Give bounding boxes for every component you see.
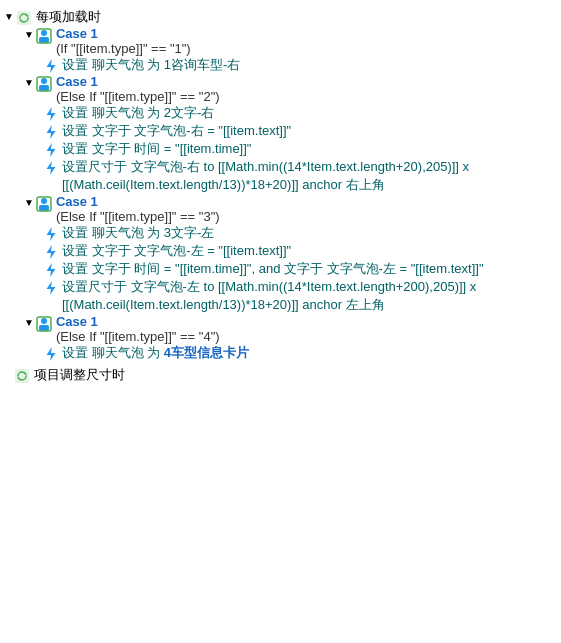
action3-2-label: 设置 文字于 文字气泡-左 = "[[item.text]]" xyxy=(62,242,557,260)
svg-marker-24 xyxy=(47,347,56,361)
expand-arrow-case3[interactable]: ▼ xyxy=(24,197,34,208)
action2-4-label: 设置尺寸于 文字气泡-右 to [[Math.min((14*Item.text… xyxy=(62,158,522,194)
svg-marker-18 xyxy=(47,245,56,259)
case1-group: ▼ Case 1 (If "[[item.type]]" == "1") 设置 … xyxy=(24,26,557,74)
case3-label: Case 1 (Else If "[[item.type]]" == "3") xyxy=(56,194,557,224)
root-label: 每项加载时 xyxy=(36,8,557,26)
action2-4-row: 设置尺寸于 文字气泡-右 to [[Math.min((14*Item.text… xyxy=(44,158,557,194)
action3-1-row: 设置 聊天气泡 为 3文字-左 xyxy=(44,224,557,242)
action3-3-row: 设置 文字于 时间 = "[[item.time]]", and 文字于 文字气… xyxy=(44,260,557,278)
case3-condition: (Else If "[[item.type]]" == "3") xyxy=(56,209,220,224)
action2-1-label: 设置 聊天气泡 为 2文字-右 xyxy=(62,104,557,122)
action2-3-row: 设置 文字于 时间 = "[[item.time]]" xyxy=(44,140,557,158)
person-icon-case2 xyxy=(36,76,52,92)
lightning-icon-1-1 xyxy=(44,58,58,74)
svg-point-21 xyxy=(41,318,47,324)
svg-marker-17 xyxy=(47,227,56,241)
action2-2-label: 设置 文字于 文字气泡-右 = "[[item.text]]" xyxy=(62,122,557,140)
case1-header: ▼ Case 1 (If "[[item.type]]" == "1") xyxy=(24,26,557,56)
footer-item: ▶ 项目调整尺寸时 xyxy=(4,366,557,384)
action4-1-row: 设置 聊天气泡 为 4车型信息卡片 xyxy=(44,344,557,362)
svg-marker-19 xyxy=(47,263,56,277)
lightning-icon-3-4 xyxy=(44,280,58,296)
action2-children: 设置 聊天气泡 为 2文字-右 设置 文字于 文字气泡-右 = "[[item.… xyxy=(44,104,557,194)
lightning-icon-4-1 xyxy=(44,346,58,362)
case1-title: Case 1 xyxy=(56,26,98,41)
case2-group: ▼ Case 1 (Else If "[[item.type]]" == "2"… xyxy=(24,74,557,194)
svg-rect-8 xyxy=(39,85,49,91)
person-icon-case4 xyxy=(36,316,52,332)
action3-children: 设置 聊天气泡 为 3文字-左 设置 文字于 文字气泡-左 = "[[item.… xyxy=(44,224,557,314)
lightning-icon-2-2 xyxy=(44,124,58,140)
action1-1-row: 设置 聊天气泡 为 1咨询车型-右 xyxy=(44,56,557,74)
loop-icon-footer xyxy=(14,368,30,384)
footer-label: 项目调整尺寸时 xyxy=(34,366,557,384)
svg-point-7 xyxy=(41,78,47,84)
svg-point-14 xyxy=(41,198,47,204)
lightning-icon-3-1 xyxy=(44,226,58,242)
lightning-icon-2-3 xyxy=(44,142,58,158)
svg-marker-20 xyxy=(47,281,56,295)
case2-label: Case 1 (Else If "[[item.type]]" == "2") xyxy=(56,74,557,104)
svg-point-3 xyxy=(41,30,47,36)
case4-header: ▼ Case 1 (Else If "[[item.type]]" == "4"… xyxy=(24,314,557,344)
svg-marker-10 xyxy=(47,107,56,121)
svg-rect-15 xyxy=(39,205,49,211)
svg-marker-13 xyxy=(47,161,56,175)
svg-marker-12 xyxy=(47,143,56,157)
action3-4-row: 设置尺寸于 文字气泡-左 to [[Math.min((14*Item.text… xyxy=(44,278,557,314)
loop-icon-root xyxy=(16,10,32,26)
action2-2-row: 设置 文字于 文字气泡-右 = "[[item.text]]" xyxy=(44,122,557,140)
case4-condition: (Else If "[[item.type]]" == "4") xyxy=(56,329,220,344)
expand-arrow-root[interactable]: ▼ xyxy=(4,11,14,22)
case3-group: ▼ Case 1 (Else If "[[item.type]]" == "3"… xyxy=(24,194,557,314)
lightning-icon-2-1 xyxy=(44,106,58,122)
root-item: ▼ 每项加载时 xyxy=(4,8,557,26)
expand-arrow-case1[interactable]: ▼ xyxy=(24,29,34,40)
svg-marker-6 xyxy=(47,59,56,73)
action1-1: 设置 聊天气泡 为 1咨询车型-右 xyxy=(44,56,557,74)
action2-1-row: 设置 聊天气泡 为 2文字-右 xyxy=(44,104,557,122)
action4-1-label: 设置 聊天气泡 为 4车型信息卡片 xyxy=(62,344,557,362)
case2-header: ▼ Case 1 (Else If "[[item.type]]" == "2"… xyxy=(24,74,557,104)
person-icon-case3 xyxy=(36,196,52,212)
svg-marker-11 xyxy=(47,125,56,139)
svg-rect-0 xyxy=(17,11,31,25)
action3-1-label: 设置 聊天气泡 为 3文字-左 xyxy=(62,224,557,242)
case3-header: ▼ Case 1 (Else If "[[item.type]]" == "3"… xyxy=(24,194,557,224)
lightning-icon-3-2 xyxy=(44,244,58,260)
lightning-icon-3-3 xyxy=(44,262,58,278)
case4-title: Case 1 xyxy=(56,314,98,329)
case2-condition: (Else If "[[item.type]]" == "2") xyxy=(56,89,220,104)
case1-label: Case 1 (If "[[item.type]]" == "1") xyxy=(56,26,557,56)
expand-arrow-case4[interactable]: ▼ xyxy=(24,317,34,328)
person-icon-case1 xyxy=(36,28,52,44)
action3-3-label: 设置 文字于 时间 = "[[item.time]]", and 文字于 文字气… xyxy=(62,260,522,278)
action3-2-row: 设置 文字于 文字气泡-左 = "[[item.text]]" xyxy=(44,242,557,260)
action3-4-label: 设置尺寸于 文字气泡-左 to [[Math.min((14*Item.text… xyxy=(62,278,522,314)
svg-rect-4 xyxy=(39,37,49,43)
action1-1-label: 设置 聊天气泡 为 1咨询车型-右 xyxy=(62,56,557,74)
action2-3-label: 设置 文字于 时间 = "[[item.time]]" xyxy=(62,140,557,158)
tree-container: ▼ 每项加载时 ▼ Case 1 (If "[[item.type]]" == … xyxy=(0,0,561,392)
svg-rect-22 xyxy=(39,325,49,331)
case2-title: Case 1 xyxy=(56,74,98,89)
lightning-icon-2-4 xyxy=(44,160,58,176)
expand-arrow-case2[interactable]: ▼ xyxy=(24,77,34,88)
action4-children: 设置 聊天气泡 为 4车型信息卡片 xyxy=(44,344,557,362)
case1-condition: (If "[[item.type]]" == "1") xyxy=(56,41,191,56)
case3-title: Case 1 xyxy=(56,194,98,209)
case4-label: Case 1 (Else If "[[item.type]]" == "4") xyxy=(56,314,557,344)
case4-group: ▼ Case 1 (Else If "[[item.type]]" == "4"… xyxy=(24,314,557,362)
svg-rect-25 xyxy=(15,369,29,383)
